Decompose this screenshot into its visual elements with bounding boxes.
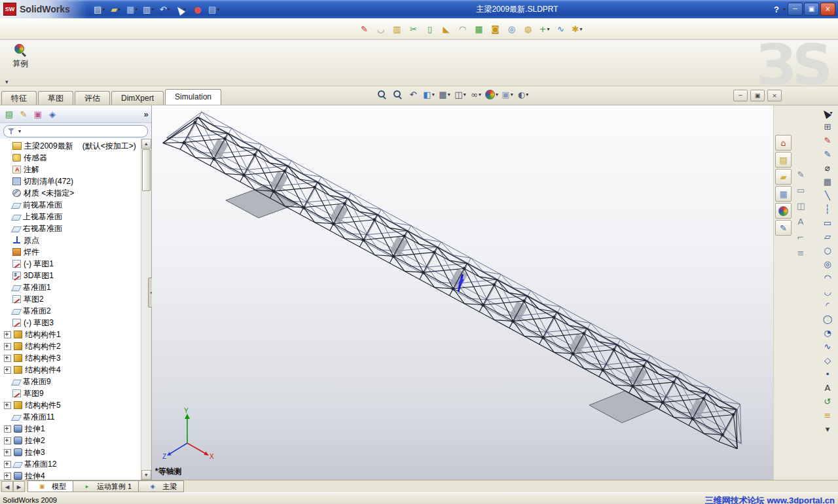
sketch-display-icon[interactable]: ✎ xyxy=(794,168,807,181)
expand-toggle[interactable] xyxy=(4,402,11,409)
perimeter-circle-tool-icon[interactable]: ◎ xyxy=(821,258,834,270)
grid-system-icon[interactable]: ⊞ xyxy=(821,120,834,133)
tree-item[interactable]: 草图9 xyxy=(0,387,141,399)
expand-toggle[interactable] xyxy=(4,449,11,456)
hole-wizard-icon[interactable]: ◎ xyxy=(505,22,519,36)
tree-item[interactable]: 拉伸2 xyxy=(0,435,141,446)
centerpoint-arc-tool-icon[interactable]: ◠ xyxy=(821,272,834,284)
expand-toggle[interactable] xyxy=(4,331,11,338)
tree-item[interactable]: 传感器 xyxy=(0,152,141,164)
design-library-icon[interactable]: ▤ xyxy=(775,152,792,168)
tree-item[interactable]: 结构构件4 xyxy=(0,364,141,376)
bottom-tab-运动算例 1[interactable]: ▸运动算例 1 xyxy=(73,480,139,492)
open-icon[interactable]: ▰▾ xyxy=(109,2,123,16)
fillet-bead-icon[interactable]: ◠ xyxy=(456,22,469,36)
tree-item[interactable]: 拉伸4 xyxy=(0,470,141,480)
rebuild-icon[interactable]: ● xyxy=(191,2,205,16)
options-icon[interactable]: ▤▾ xyxy=(207,2,221,16)
tabs-scroll-left-icon[interactable]: ◂ xyxy=(1,481,13,492)
undo-dropdown[interactable]: ▾ xyxy=(168,7,170,12)
bottom-tab-主梁[interactable]: ◈主梁 xyxy=(138,480,184,492)
save-icon[interactable]: ▦▾ xyxy=(125,2,139,16)
view-settings-icon[interactable]: ◐▾ xyxy=(516,88,530,101)
tree-item[interactable]: 草图2 xyxy=(0,293,141,305)
hide-show-dropdown[interactable]: ▾ xyxy=(479,92,481,98)
tab-Simulation[interactable]: Simulation xyxy=(165,89,221,105)
reference-geometry-dropdown[interactable]: ▾ xyxy=(547,26,549,32)
previous-view-icon[interactable]: ↶ xyxy=(406,88,420,101)
appearances-dropdown[interactable]: ▾ xyxy=(496,92,498,98)
tab-草图[interactable]: 草图 xyxy=(38,91,73,105)
dimxpertmanager-icon[interactable]: ◈ xyxy=(46,107,59,120)
tree-item[interactable]: 前视基准面 xyxy=(0,199,141,211)
tree-item[interactable]: 原点 xyxy=(0,234,141,246)
new-document-dropdown[interactable]: ▾ xyxy=(102,7,105,12)
hide-show-icon[interactable]: ∞▾ xyxy=(469,88,483,101)
partial-ellipse-tool-icon[interactable]: ◔ xyxy=(821,327,834,339)
rectangle-tool-icon[interactable]: ▭ xyxy=(821,217,834,229)
3d-sketch-tool-icon[interactable]: ✎ xyxy=(821,148,834,160)
gusset-icon[interactable]: ◣ xyxy=(439,22,453,36)
tree-item[interactable]: 结构构件1 xyxy=(0,329,141,340)
tree-item[interactable]: (-) 草图3 xyxy=(0,317,141,329)
help-dropdown[interactable]: ▾ xyxy=(783,7,786,12)
close-icon[interactable]: × xyxy=(820,3,835,16)
tree-item[interactable]: 基准面1 xyxy=(0,281,141,293)
doc-restore-icon[interactable]: ▣ xyxy=(750,90,765,101)
save-dropdown[interactable]: ▾ xyxy=(135,7,137,12)
expand-toggle[interactable] xyxy=(4,343,11,350)
restore-icon[interactable]: ▣ xyxy=(804,3,819,16)
grid-display-icon[interactable]: ≡ xyxy=(794,247,807,259)
offset-entities-tool-icon[interactable]: ≡ xyxy=(821,409,834,422)
reference-geometry-icon[interactable]: +▾ xyxy=(537,22,551,36)
plane-display-icon[interactable]: ▭ xyxy=(794,184,807,196)
appearances-icon[interactable]: ▾ xyxy=(484,88,499,101)
tree-item[interactable]: (-) 草图1 xyxy=(0,258,141,270)
configurationmanager-icon[interactable]: ▣ xyxy=(31,107,45,120)
study-button[interactable]: 算例 xyxy=(5,43,35,69)
trim-extend-icon[interactable]: ✂ xyxy=(407,22,420,36)
spline-tool-icon[interactable]: ∿ xyxy=(821,340,834,353)
centerline-tool-icon[interactable]: ┆ xyxy=(821,203,834,215)
tab-评估[interactable]: 评估 xyxy=(75,91,110,105)
extruded-boss-icon[interactable]: ▦ xyxy=(472,22,486,36)
tree-item[interactable]: 注解 xyxy=(0,164,141,175)
weld-3d-sketch-icon[interactable]: ✎ xyxy=(357,22,371,36)
tree-item[interactable]: 结构构件5 xyxy=(0,399,141,411)
tree-item[interactable]: 基准面11 xyxy=(0,411,141,423)
end-cap-icon[interactable]: ▯ xyxy=(423,22,437,36)
view-settings-dropdown[interactable]: ▾ xyxy=(526,92,528,98)
section-view-dropdown[interactable]: ▾ xyxy=(432,92,435,98)
convert-entities-tool-icon[interactable]: ↺ xyxy=(821,395,834,408)
instant3d-dropdown[interactable]: ▾ xyxy=(579,26,582,32)
help-button[interactable]: ? xyxy=(774,5,779,14)
toolbar-overflow-chevron[interactable]: ▾ xyxy=(5,79,9,85)
print-dropdown[interactable]: ▾ xyxy=(151,7,154,12)
view-palette-icon[interactable]: ▦ xyxy=(775,186,792,202)
sketch-tool-icon[interactable]: ✎ xyxy=(821,134,834,147)
tree-item[interactable]: 基准面9 xyxy=(0,376,141,387)
zoom-area-icon[interactable] xyxy=(390,88,405,101)
parallelogram-tool-icon[interactable]: ▱ xyxy=(821,230,834,243)
tree-item[interactable]: 主梁2009最新(默认<按加工>) xyxy=(0,140,141,152)
panel-chevron[interactable]: » xyxy=(144,109,149,119)
doc-close-icon[interactable]: × xyxy=(767,90,782,101)
smart-dimension-icon[interactable]: ⌀ xyxy=(821,162,834,174)
curve-icon[interactable]: ∿ xyxy=(554,22,568,36)
file-explorer-icon[interactable]: ▰ xyxy=(775,169,792,185)
filter-box[interactable]: ▾ xyxy=(3,125,148,137)
propertymanager-icon[interactable]: ✎ xyxy=(17,107,30,120)
truss-model[interactable] xyxy=(152,105,774,480)
expand-toggle[interactable] xyxy=(4,367,11,374)
expand-toggle[interactable] xyxy=(4,437,11,444)
expand-toggle[interactable] xyxy=(4,473,11,480)
scene-dropdown[interactable]: ▾ xyxy=(511,92,513,98)
tree-item[interactable]: 结构构件3 xyxy=(0,352,141,364)
new-document-icon[interactable]: ▤▾ xyxy=(92,2,107,16)
expand-toggle[interactable] xyxy=(4,425,11,433)
tab-特征[interactable]: 特征 xyxy=(1,91,37,105)
appearances-scenes-icon[interactable] xyxy=(775,203,792,219)
minimize-icon[interactable]: ─ xyxy=(788,3,803,16)
tree-item[interactable]: 拉伸3 xyxy=(0,446,141,458)
tree-item[interactable]: 材质 <未指定> xyxy=(0,187,141,199)
